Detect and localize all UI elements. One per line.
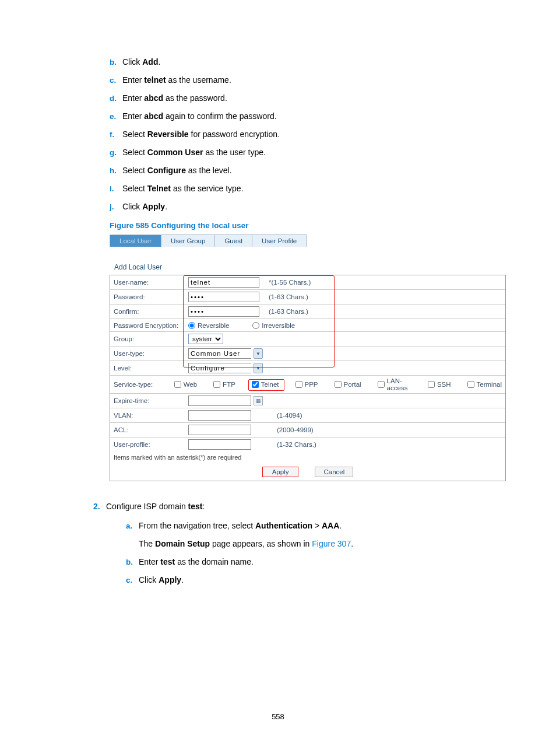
check-web[interactable]: Web (174, 381, 197, 388)
instruction-step: b.Click Add. (110, 56, 498, 68)
step-marker: e. (110, 112, 122, 121)
label-vlan: VLAN: (114, 412, 188, 419)
step2-marker: 2. (93, 502, 106, 511)
step-text: Select Configure as the level. (122, 164, 232, 177)
password-input[interactable] (188, 292, 259, 302)
instruction-step: c.Enter telnet as the username. (110, 74, 498, 86)
add-local-user-form: User-name: *(1-55 Chars.) Password: (1-6… (110, 275, 506, 481)
step-marker: b. (110, 58, 122, 66)
radio-irreversible[interactable]: Irreversible (252, 322, 295, 329)
confirm-input[interactable] (188, 306, 259, 317)
label-service: Service-type: (114, 381, 170, 388)
check-ssh[interactable]: SSH (428, 381, 451, 388)
hint-username: *(1-55 Chars.) (269, 279, 311, 286)
label-username: User-name: (114, 279, 188, 286)
step-marker: f. (110, 130, 122, 139)
username-input[interactable] (188, 277, 259, 288)
form-section-title: Add Local User (114, 263, 518, 271)
radio-reversible[interactable]: Reversible (188, 322, 229, 329)
hint-password: (1-63 Chars.) (269, 293, 308, 300)
usertype-select[interactable] (188, 348, 251, 359)
vlan-input[interactable] (188, 410, 251, 421)
step-marker: i. (110, 184, 122, 193)
acl-input[interactable] (188, 425, 251, 435)
step-text: Enter abcd again to confirm the password… (122, 110, 277, 123)
step-marker: h. (110, 166, 122, 175)
step-text: Click Add. (122, 56, 160, 68)
expire-input[interactable] (188, 396, 251, 406)
page-number: 558 (0, 712, 556, 721)
label-profile: User-profile: (114, 441, 188, 448)
step-marker: j. (110, 202, 122, 211)
check-lan[interactable]: LAN-access (378, 377, 411, 391)
label-group: Group: (114, 335, 188, 342)
figure-307-link[interactable]: Figure 307 (312, 539, 351, 548)
step2b-text: Enter test as the domain name. (139, 556, 254, 568)
label-password: Password: (114, 293, 188, 300)
hint-vlan: (1-4094) (277, 412, 302, 419)
check-portal[interactable]: Portal (335, 381, 361, 388)
hint-confirm: (1-63 Chars.) (269, 308, 308, 315)
chevron-down-icon[interactable]: ▼ (254, 348, 263, 359)
step-text: Select Telnet as the service type. (122, 183, 244, 195)
screenshot-figure: Local User User Group Guest User Profile… (110, 235, 518, 481)
step-text: Select Common User as the user type. (122, 146, 266, 159)
chevron-down-icon[interactable]: ▼ (254, 363, 263, 373)
instruction-step: h.Select Configure as the level. (110, 164, 498, 177)
step2b-marker: b. (126, 558, 139, 566)
instruction-step: j.Click Apply. (110, 201, 498, 213)
step-marker: c. (110, 76, 122, 85)
hint-acl: (2000-4999) (277, 426, 314, 433)
tab-local-user[interactable]: Local User (110, 235, 161, 247)
step2a-line2: The Domain Setup page appears, as shown … (139, 538, 353, 550)
step-text: Enter abcd as the password. (122, 92, 227, 104)
check-ppp[interactable]: PPP (295, 381, 318, 388)
step-text: Enter telnet as the username. (122, 74, 231, 86)
label-usertype: User-type: (114, 350, 188, 357)
instruction-step: g.Select Common User as the user type. (110, 146, 498, 159)
step-marker: g. (110, 148, 122, 157)
step2c-text: Click Apply. (139, 574, 184, 586)
calendar-icon[interactable]: ▦ (254, 396, 263, 405)
tab-user-group[interactable]: User Group (161, 235, 214, 247)
hint-profile: (1-32 Chars.) (277, 441, 316, 448)
instruction-step: d.Enter abcd as the password. (110, 92, 498, 104)
instruction-step: e.Enter abcd again to confirm the passwo… (110, 110, 498, 123)
tabs-bar: Local User User Group Guest User Profile (110, 235, 518, 247)
label-confirm: Confirm: (114, 308, 188, 315)
step2a-marker: a. (126, 522, 139, 530)
group-select[interactable]: system (188, 334, 223, 344)
check-terminal[interactable]: Terminal (467, 381, 502, 388)
check-telnet[interactable]: Telnet (252, 381, 279, 388)
step-text: Click Apply. (122, 201, 167, 213)
step-text: Select Reversible for password encryptio… (122, 128, 280, 141)
label-level: Level: (114, 365, 188, 372)
label-encrypt: Password Encryption: (114, 322, 188, 329)
instruction-step: f.Select Reversible for password encrypt… (110, 128, 498, 141)
check-ftp[interactable]: FTP (213, 381, 235, 388)
label-acl: ACL: (114, 426, 188, 433)
profile-input[interactable] (188, 439, 251, 450)
apply-button[interactable]: Apply (262, 467, 299, 477)
instruction-step: i.Select Telnet as the service type. (110, 183, 498, 195)
figure-caption: Figure 585 Configuring the local user (110, 221, 498, 230)
level-select[interactable] (188, 363, 251, 373)
required-note: Items marked with an asterisk(*) are req… (110, 452, 505, 467)
cancel-button[interactable]: Cancel (315, 467, 353, 477)
label-expire: Expire-time: (114, 397, 188, 404)
step2-text: Configure ISP domain test: (106, 500, 205, 513)
step-marker: d. (110, 94, 122, 103)
step2c-marker: c. (126, 576, 139, 584)
tab-guest[interactable]: Guest (214, 235, 252, 247)
tab-user-profile[interactable]: User Profile (252, 235, 307, 247)
step2a-text: From the navigation tree, select Authent… (139, 520, 342, 532)
